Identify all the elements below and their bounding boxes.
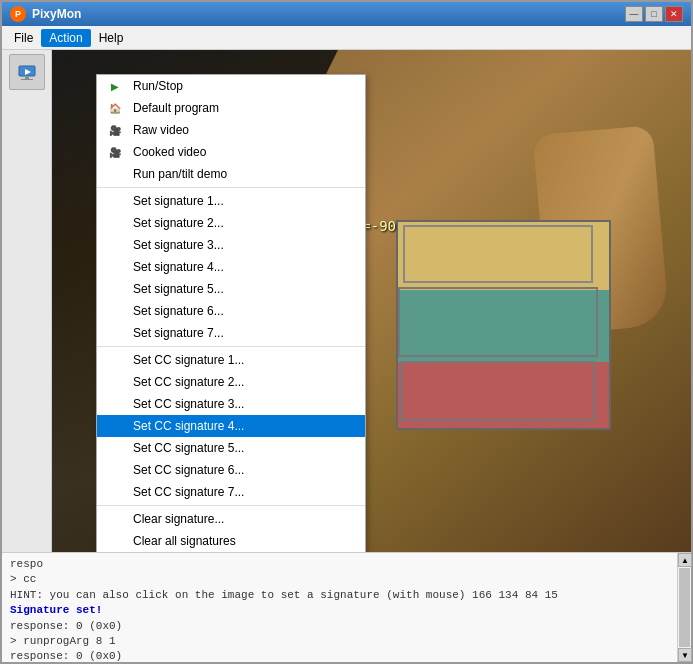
video-and-menu: s=123, Φ=-90 ▶ Run/Stop 🏠 Default progra…	[2, 50, 691, 552]
menu-raw-video[interactable]: 🎥 Raw video	[97, 119, 365, 141]
menu-set-cc-sig-1[interactable]: Set CC signature 1...	[97, 349, 365, 371]
console-line-response-2: response: 0 (0x0)	[10, 649, 669, 662]
console-line-hint: HINT: you can also click on the image to…	[10, 588, 669, 603]
menu-set-sig-1[interactable]: Set signature 1...	[97, 190, 365, 212]
menu-set-cc-sig-4[interactable]: Set CC signature 4...	[97, 415, 365, 437]
cc-sig4-icon	[107, 418, 123, 434]
cc-sig2-icon	[107, 374, 123, 390]
overlay-box-yellow	[403, 225, 593, 283]
console-line-signature-set: Signature set!	[10, 603, 669, 618]
menu-file[interactable]: File	[6, 29, 41, 47]
cc-sig6-icon	[107, 462, 123, 478]
console-line-2: > cc	[10, 572, 669, 587]
console-line-response-1: response: 0 (0x0)	[10, 619, 669, 634]
video-background: s=123, Φ=-90 ▶ Run/Stop 🏠 Default progra…	[52, 50, 691, 552]
titlebar-controls: — □ ✕	[625, 6, 683, 22]
svg-rect-2	[25, 77, 29, 79]
main-window: P PixyMon — □ ✕ File Action Help	[0, 0, 693, 664]
overlay-box-teal	[398, 287, 598, 357]
close-button[interactable]: ✕	[665, 6, 683, 22]
sig7-icon	[107, 325, 123, 341]
titlebar-left: P PixyMon	[10, 6, 81, 22]
cooked-video-icon: 🎥	[107, 144, 123, 160]
menu-clear-sig[interactable]: Clear signature...	[97, 508, 365, 530]
cc-sig1-icon	[107, 352, 123, 368]
console-line-1: respo	[10, 557, 669, 572]
menu-set-sig-6[interactable]: Set signature 6...	[97, 300, 365, 322]
console-wrapper: respo > cc HINT: you can also click on t…	[2, 553, 691, 662]
run-stop-icon: ▶	[107, 78, 123, 94]
menu-run-pan-tilt[interactable]: Run pan/tilt demo	[97, 163, 365, 185]
left-toolbar	[2, 50, 52, 552]
menu-set-cc-sig-3[interactable]: Set CC signature 3...	[97, 393, 365, 415]
app-icon: P	[10, 6, 26, 22]
console-content: respo > cc HINT: you can also click on t…	[2, 553, 677, 662]
menu-help[interactable]: Help	[91, 29, 132, 47]
menu-set-cc-sig-2[interactable]: Set CC signature 2...	[97, 371, 365, 393]
sig5-icon	[107, 281, 123, 297]
console-line-runprog: > runprogArg 8 1	[10, 634, 669, 649]
pan-tilt-icon	[107, 166, 123, 182]
menu-set-cc-sig-6[interactable]: Set CC signature 6...	[97, 459, 365, 481]
video-area: s=123, Φ=-90 ▶ Run/Stop 🏠 Default progra…	[52, 50, 691, 552]
clear-sig-icon	[107, 511, 123, 527]
action-dropdown-menu: ▶ Run/Stop 🏠 Default program 🎥 Raw video	[96, 74, 366, 552]
sig4-icon	[107, 259, 123, 275]
menu-set-cc-sig-5[interactable]: Set CC signature 5...	[97, 437, 365, 459]
menu-action[interactable]: Action	[41, 29, 90, 47]
menu-set-sig-3[interactable]: Set signature 3...	[97, 234, 365, 256]
scroll-thumb[interactable]	[679, 568, 690, 647]
menu-set-cc-sig-7[interactable]: Set CC signature 7...	[97, 481, 365, 503]
raw-video-icon: 🎥	[107, 122, 123, 138]
menu-run-stop[interactable]: ▶ Run/Stop	[97, 75, 365, 97]
menu-set-sig-7[interactable]: Set signature 7...	[97, 322, 365, 344]
card-overlay	[398, 225, 609, 431]
sig6-icon	[107, 303, 123, 319]
sig3-icon	[107, 237, 123, 253]
toolbar-button-1[interactable]	[9, 54, 45, 90]
menu-set-sig-5[interactable]: Set signature 5...	[97, 278, 365, 300]
cc-sig5-icon	[107, 440, 123, 456]
menu-set-sig-4[interactable]: Set signature 4...	[97, 256, 365, 278]
menu-cooked-video[interactable]: 🎥 Cooked video	[97, 141, 365, 163]
menu-default-program[interactable]: 🏠 Default program	[97, 97, 365, 119]
minimize-button[interactable]: —	[625, 6, 643, 22]
titlebar: P PixyMon — □ ✕	[2, 2, 691, 26]
home-icon: 🏠	[107, 100, 123, 116]
scroll-down-button[interactable]: ▼	[678, 648, 692, 662]
window-title: PixyMon	[32, 7, 81, 21]
menubar: File Action Help	[2, 26, 691, 50]
console-scrollbar: ▲ ▼	[677, 553, 691, 662]
main-area: s=123, Φ=-90 ▶ Run/Stop 🏠 Default progra…	[2, 50, 691, 662]
cc-sig7-icon	[107, 484, 123, 500]
menu-set-sig-2[interactable]: Set signature 2...	[97, 212, 365, 234]
clear-all-icon	[107, 533, 123, 549]
separator-2	[97, 346, 365, 347]
cc-sig3-icon	[107, 396, 123, 412]
separator-3	[97, 505, 365, 506]
overlay-box-red	[400, 361, 595, 421]
svg-rect-3	[21, 79, 33, 80]
separator-1	[97, 187, 365, 188]
menu-clear-all-sig[interactable]: Clear all signatures	[97, 530, 365, 552]
sig2-icon	[107, 215, 123, 231]
maximize-button[interactable]: □	[645, 6, 663, 22]
scroll-up-button[interactable]: ▲	[678, 553, 692, 567]
sig1-icon	[107, 193, 123, 209]
console-area: respo > cc HINT: you can also click on t…	[2, 552, 691, 662]
